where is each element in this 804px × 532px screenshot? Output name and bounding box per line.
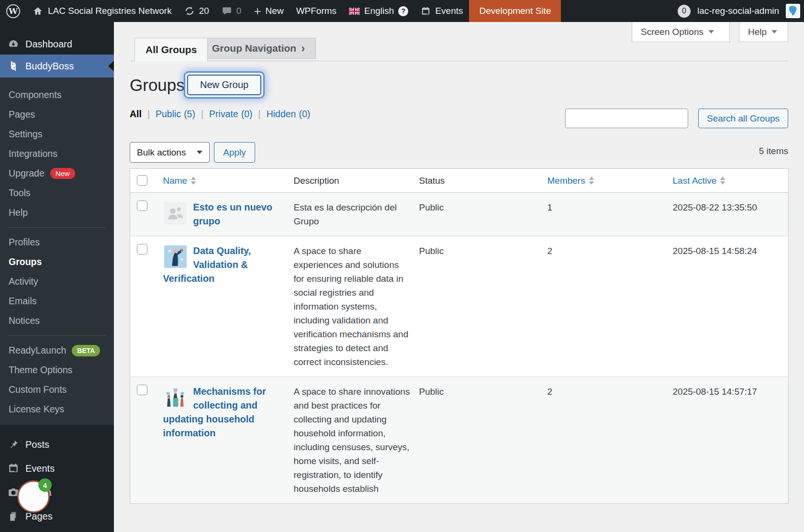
row-checkbox[interactable] [137,200,147,211]
submenu-item-pages[interactable]: Pages [0,105,114,124]
sidebar-item-label: Events [25,463,55,474]
filter-public[interactable]: Public(5) [156,109,195,120]
sidebar-item-posts[interactable]: Posts [0,432,114,456]
sidebar-item-events[interactable]: Events [0,456,114,480]
search-groups-input[interactable] [565,109,688,128]
updates-count: 20 [199,6,209,16]
admin-bar-right: 0 lac-reg-social-admin [678,4,804,18]
pages-icon [7,511,20,522]
screen-options-button[interactable]: Screen Options [632,22,730,42]
language-label: English [364,6,394,16]
sidebar-item-label: Posts [25,439,49,450]
filter-all[interactable]: All [130,109,142,120]
events-menu[interactable]: Events [414,0,469,22]
submenu-item-custom-fonts[interactable]: Custom Fonts [0,380,114,399]
sidebar-item-label: Dashboard [25,39,72,50]
calendar-icon [7,463,20,474]
row-checkbox[interactable] [137,385,147,395]
tab-label: All Groups [145,44,197,55]
sidebar-item-pages[interactable]: Pages [0,504,114,528]
environment-badge[interactable]: Development Site [469,0,561,22]
search-all-groups-button[interactable]: Search all Groups [698,109,788,128]
floating-widget-circle[interactable]: 4 [17,480,50,513]
language-help-icon: ? [398,6,408,16]
sidebar-item-buddyboss[interactable]: BuddyBoss [0,55,114,78]
filter-separator: | [147,109,150,120]
updates-icon [184,6,195,16]
sidebar-item-media[interactable]: Media [0,480,114,504]
description-header: Description [290,169,415,193]
comments-menu[interactable]: 0 [215,0,248,22]
sort-by-members-header[interactable]: Members [547,176,665,186]
select-all-checkbox[interactable] [137,175,147,186]
submenu-item-license-keys[interactable]: License Keys [0,399,114,419]
group-avatar-illustration [164,245,187,268]
new-group-button[interactable]: New Group [187,75,261,95]
filter-private[interactable]: Private(0) [209,109,253,120]
sort-by-name-header[interactable]: Name [163,176,286,186]
wordpress-logo-menu[interactable]: W [0,0,26,22]
submenu-item-emails[interactable]: Emails [0,291,114,311]
tab-all-groups[interactable]: All Groups [134,38,208,61]
status-header: Status [415,169,544,193]
new-group-focus-ring: New Group [184,71,265,99]
sort-by-last-active-header[interactable]: Last Active [673,176,785,186]
group-last-active: 2025-08-22 13:35:50 [669,193,789,236]
group-name-link[interactable]: Esto es un nuevo grupo [193,202,273,226]
filter-separator: | [201,109,203,120]
submenu-item-groups-current[interactable]: Groups [0,252,114,272]
group-last-active: 2025-08-15 14:57:17 [669,377,789,504]
group-members-count: 2 [544,236,669,377]
main-content: Screen Options Help All Groups Group Nav… [114,0,804,532]
new-badge: New [50,168,75,179]
screen-options-label: Screen Options [641,27,704,37]
pushpin-icon [7,439,20,450]
wordpress-logo-icon: W [6,4,20,18]
apply-button[interactable]: Apply [214,142,255,163]
group-status: Public [415,236,544,377]
group-members-count: 1 [544,193,669,236]
filter-hidden[interactable]: Hidden(0) [267,109,311,120]
table-row: Esto es un nuevo grupo Esta es la descri… [130,193,789,236]
submenu-item-activity[interactable]: Activity [0,272,114,291]
submenu-item-notices[interactable]: Notices [0,311,114,331]
submenu-item-help[interactable]: Help [0,203,114,222]
dashboard-gauge-icon [7,38,20,50]
submenu-item-readylaunch[interactable]: ReadyLaunch BETA [0,341,114,360]
group-status: Public [415,193,544,236]
help-label: Help [748,27,767,37]
submenu-item-tools[interactable]: Tools [0,183,114,203]
new-content-menu[interactable]: + New [247,0,290,22]
sort-icon [720,177,725,185]
submenu-item-theme-options[interactable]: Theme Options [0,360,114,380]
sidebar-bottom-group: Posts Events Media Pages [0,425,114,528]
tab-group-navigation[interactable]: Group Navigation › [201,38,316,59]
group-last-active: 2025-08-15 14:58:24 [669,236,789,377]
help-button[interactable]: Help [739,22,788,42]
group-description: A space to share experiences and solutio… [290,236,415,377]
submenu-item-profiles[interactable]: Profiles [0,233,114,252]
buddyboss-submenu: Components Pages Settings Integrations U… [0,78,114,425]
wpforms-menu[interactable]: WPForms [290,0,343,22]
group-avatar-illustration [164,386,187,409]
username[interactable]: lac-reg-social-admin [697,6,779,16]
submenu-item-integrations[interactable]: Integrations [0,144,114,164]
group-description: Esta es la descripción del Grupo [290,193,415,236]
sidebar-item-dashboard[interactable]: Dashboard [0,33,114,55]
language-menu[interactable]: English ? [343,0,414,22]
home-icon [33,6,43,16]
submenu-item-upgrade[interactable]: Upgrade New [0,164,114,183]
site-name-link[interactable]: LAC Social Registries Network [26,0,178,22]
new-label: New [266,6,284,16]
bulk-actions-select[interactable]: Bulk actions [130,142,210,163]
submenu-item-settings[interactable]: Settings [0,124,114,144]
row-checkbox[interactable] [137,244,147,255]
updates-menu[interactable]: 20 [178,0,215,22]
tab-label: Group Navigation [212,43,296,54]
buddyboss-icon [7,60,20,72]
notification-count-badge[interactable]: 0 [678,5,691,18]
user-avatar[interactable] [786,4,800,18]
group-members-count: 2 [544,377,669,504]
submenu-item-components[interactable]: Components [0,85,114,105]
tabs-divider-line [130,61,788,61]
